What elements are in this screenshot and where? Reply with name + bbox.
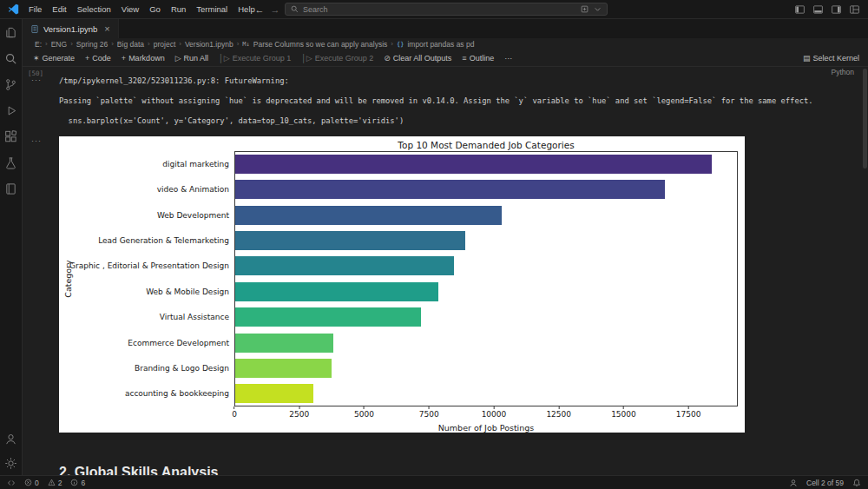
generate-button[interactable]: ✶Generate <box>33 54 75 63</box>
x-tick-label: 5000 <box>354 410 374 419</box>
chart-row: Web & Mobile Design <box>234 279 738 304</box>
clear-all-outputs-button[interactable]: ⊘Clear All Outputs <box>384 54 451 63</box>
tab-bar: Version1.ipynb × <box>23 19 868 38</box>
more-actions-button[interactable]: ··· <box>504 54 512 63</box>
collapsed-input-indicator[interactable]: ··· <box>31 76 42 84</box>
breadcrumb-separator-icon: › <box>391 40 393 48</box>
x-tick-label: 7500 <box>419 410 439 419</box>
run-all-button[interactable]: ▷Run All <box>175 54 208 63</box>
markdown-cell-icon: M↓ <box>242 41 249 48</box>
menu-run[interactable]: Run <box>166 3 191 16</box>
breadcrumb-separator-icon: › <box>70 40 73 48</box>
run-all-icon: ▷ <box>175 54 181 63</box>
extensions-icon[interactable] <box>0 123 23 149</box>
breadcrumb-item[interactable]: Big data <box>117 40 144 49</box>
status-bar: 0 2 6 Cell 2 of 59 <box>0 475 868 489</box>
account-icon[interactable] <box>0 426 23 451</box>
x-axis-label: Number of Job Postings <box>234 423 738 433</box>
settings-gear-icon[interactable] <box>0 451 23 475</box>
notebook-toolbar: ✶Generate +Code +Markdown ▷Run All │▷Exe… <box>23 50 868 67</box>
chart-row: Ecommerce Development <box>234 330 738 355</box>
breadcrumb-item[interactable]: ENG <box>51 40 67 49</box>
add-code-cell-button[interactable]: +Code <box>85 54 111 63</box>
chart-row: Branding & Logo Design <box>234 355 738 380</box>
bar <box>234 359 332 378</box>
explorer-icon[interactable] <box>0 19 23 45</box>
notebook-editor: Python [50] ··· /tmp/ipykernel_3202/5230… <box>23 67 868 475</box>
breadcrumb-item[interactable]: Version1.ipynb <box>185 40 233 49</box>
menu-go[interactable]: Go <box>144 3 166 16</box>
execute-group-2-button[interactable]: │▷Execute Group 2 <box>301 54 373 63</box>
testing-icon[interactable] <box>0 149 23 175</box>
menu-edit[interactable]: Edit <box>47 3 71 16</box>
breadcrumb-item[interactable]: E: <box>35 40 42 49</box>
source-control-icon[interactable] <box>0 71 23 97</box>
select-kernel-button[interactable]: ▤Select Kernel <box>803 54 859 63</box>
vscode-window: File Edit Selection View Go Run Terminal… <box>0 0 868 489</box>
account-status-icon[interactable] <box>789 479 798 487</box>
warning-output-line: sns.barplot(x='Count', y='Category', dat… <box>59 116 404 125</box>
menu-file[interactable]: File <box>23 3 47 16</box>
toggle-panel-icon[interactable] <box>812 4 824 15</box>
breadcrumb-separator-icon: › <box>237 40 240 48</box>
notebook-file-icon <box>30 24 39 34</box>
kernel-icon: ▤ <box>803 54 811 63</box>
errors-indicator[interactable]: 0 <box>24 479 39 487</box>
breadcrumb-item[interactable]: project <box>154 40 176 49</box>
layout-controls <box>794 4 860 15</box>
back-icon[interactable]: ← <box>253 4 266 15</box>
remote-indicator[interactable] <box>7 479 16 487</box>
search-icon <box>291 5 299 13</box>
menu-selection[interactable]: Selection <box>72 3 116 16</box>
execute-group-1-button[interactable]: │▷Execute Group 1 <box>219 54 291 63</box>
toggle-secondary-sidebar-icon[interactable] <box>831 4 842 15</box>
menu-view[interactable]: View <box>116 3 144 16</box>
chart-row: Lead Generation & Telemarketing <box>234 228 738 253</box>
x-tick-label: 15000 <box>611 410 636 419</box>
notifications-bell-icon[interactable] <box>852 479 861 487</box>
outline-button[interactable]: ≡Outline <box>462 54 494 63</box>
bar <box>234 155 712 174</box>
collapsed-input-indicator[interactable]: ··· <box>31 136 42 145</box>
add-markdown-cell-button[interactable]: +Markdown <box>122 54 165 63</box>
cell-language-indicator[interactable]: Python <box>832 68 854 76</box>
close-tab-icon[interactable]: × <box>104 23 109 34</box>
search-sidebar-icon[interactable] <box>0 45 23 71</box>
warning-output-line: /tmp/ipykernel_3202/523011236.py:8: Futu… <box>59 76 289 85</box>
info-indicator[interactable]: 6 <box>70 479 85 487</box>
open-in-window-icon[interactable] <box>581 5 589 13</box>
customize-layout-icon[interactable] <box>849 4 860 15</box>
run-debug-icon[interactable] <box>0 97 23 123</box>
tab-version1-ipynb[interactable]: Version1.ipynb × <box>23 19 119 38</box>
breadcrumb-item[interactable]: import pandas as pd <box>407 40 474 49</box>
breadcrumb-item[interactable]: Spring 26 <box>76 40 108 49</box>
clear-outputs-icon: ⊘ <box>384 54 391 63</box>
chevron-down-icon[interactable] <box>594 5 602 13</box>
activity-bar <box>0 19 23 475</box>
chart-row: accounting & bookkeeping <box>234 381 738 406</box>
chart-row: Graphic , Editorial & Presentation Desig… <box>234 254 738 279</box>
sparkle-icon: ✶ <box>33 54 40 63</box>
editor-scrollbar[interactable] <box>863 69 867 169</box>
code-cell-icon: {} <box>397 41 404 48</box>
x-tick-label: 12500 <box>546 410 571 419</box>
x-tick: 0 <box>232 406 237 419</box>
y-tick-label: digital marketing <box>162 160 229 169</box>
x-tick: 17500 <box>676 406 701 419</box>
toggle-sidebar-icon[interactable] <box>794 4 806 15</box>
x-tick: 15000 <box>611 406 636 419</box>
warnings-indicator[interactable]: 2 <box>48 479 62 487</box>
bar <box>234 206 502 225</box>
cell-position-indicator[interactable]: Cell 2 of 59 <box>806 479 844 487</box>
forward-icon[interactable]: → <box>269 4 281 15</box>
menu-bar: File Edit Selection View Go Run Terminal… <box>23 3 260 16</box>
breadcrumb-separator-icon: › <box>148 40 150 48</box>
breadcrumb: E:› ENG› Spring 26› Big data› project› V… <box>23 38 868 50</box>
vscode-logo-icon <box>8 3 19 15</box>
search-box[interactable]: Search <box>285 3 608 16</box>
breadcrumb-item[interactable]: Parse Columns so we can apply analysis <box>253 40 388 49</box>
menu-terminal[interactable]: Terminal <box>191 3 233 16</box>
x-tick: 7500 <box>419 406 439 419</box>
plus-icon: + <box>122 54 126 63</box>
notebook-sidebar-icon[interactable] <box>0 175 23 202</box>
